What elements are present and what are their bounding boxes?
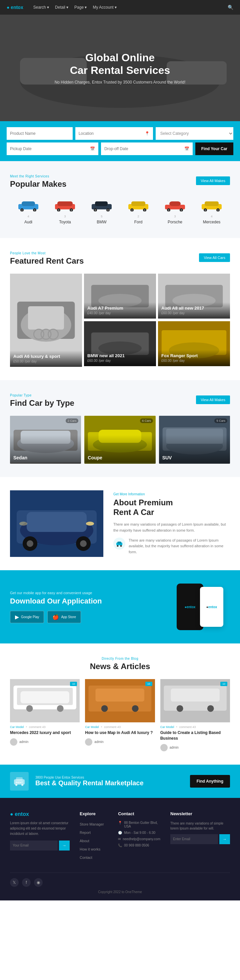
svg-point-84 — [120, 545, 122, 547]
audi-a7-title: Audi A7 Premium — [87, 305, 153, 310]
nav-links: Search ▾ Detail ▾ Page ▾ My Account ▾ — [34, 5, 228, 10]
mercedes-name: Mercedes — [203, 220, 221, 224]
dropoff-date-input[interactable] — [104, 146, 184, 151]
search-row-1: 📍 Select Category SUV Sedan Coupe — [7, 127, 233, 140]
make-bmw[interactable]: 5 BMW — [88, 197, 115, 225]
featured-car-fox[interactable]: Fox Ranger Sport £60.00 /per day — [158, 321, 230, 366]
make-toyota[interactable]: 3 Toyota — [52, 197, 78, 225]
footer-subscribe-button[interactable]: → — [59, 840, 70, 851]
news-title-1: Mercedes 2022 luxury and sport — [10, 730, 80, 736]
calendar-icon-dropoff: 📅 — [184, 146, 189, 151]
svg-point-27 — [144, 209, 146, 211]
nav-search[interactable]: Search ▾ — [34, 5, 49, 10]
featured-car-audi-a7[interactable]: Audi A7 Premium £40.00 /per day — [84, 274, 156, 318]
featured-car-audi-a6[interactable]: Audi A6 luxury & sport £50.00 /per day — [10, 274, 82, 367]
news-date-1: comment 43 — [29, 725, 46, 729]
pickup-date-input[interactable] — [10, 146, 90, 151]
make-mercedes[interactable]: 4 Mercedes — [198, 197, 225, 225]
news-meta-3: Car Model • comment 43 — [160, 725, 230, 729]
product-name-input[interactable] — [7, 127, 73, 140]
logo[interactable]: ● entox — [7, 5, 23, 10]
location-input[interactable] — [78, 131, 142, 136]
about-label: Get More Information — [114, 492, 230, 496]
svg-point-33 — [181, 209, 182, 211]
hero-subtitle: No Hidden Charges, Entox Trusted by 3500… — [55, 80, 186, 84]
suv-name: SUV — [162, 455, 227, 460]
news-title: News & Articles — [10, 662, 230, 671]
facebook-icon[interactable]: f — [22, 878, 30, 887]
news-card-2[interactable]: 10 Car Model • comment 43 How to use Map… — [85, 679, 155, 751]
svg-point-79 — [86, 522, 94, 526]
footer-newsletter-button[interactable]: → — [219, 834, 230, 844]
nav-account[interactable]: My Account ▾ — [93, 5, 116, 10]
view-all-types-button[interactable]: View All Makes — [196, 396, 230, 404]
footer-link-store[interactable]: Store Manager — [80, 822, 104, 826]
audi-a6-title: Audi A6 luxury & sport — [13, 354, 78, 359]
svg-rect-82 — [117, 542, 121, 544]
google-play-button[interactable]: ▶ Google Play — [10, 611, 44, 623]
type-coupe[interactable]: 6 Cars Coupe — [84, 416, 155, 464]
car-type-title: Find Car by Type — [10, 398, 74, 408]
svg-text:RENT: RENT — [16, 781, 23, 784]
footer-explore-col: Explore Store Manager Report About How i… — [80, 811, 108, 862]
car-type-grid: 2 Cars Sedan 6 Cars Coupe — [10, 416, 230, 464]
featured-cars-section: People Love the Most Featured Rent Cars … — [0, 238, 240, 380]
nav-page[interactable]: Page ▾ — [74, 5, 87, 10]
car-type-title-group: Popular Type Find Car by Type — [10, 393, 74, 408]
news-meta-2: Car Model • comment 43 — [85, 725, 155, 729]
find-car-button[interactable]: Find Your Car — [195, 142, 233, 155]
news-card-3[interactable]: 10 Car Model • comment 43 Guide to Creat… — [160, 679, 230, 751]
featured-car-audi-a8[interactable]: Audi A8 all new 2017 £60.00 /per day — [158, 274, 230, 318]
app-store-label: App Store — [61, 615, 76, 619]
category-select[interactable]: Select Category SUV Sedan Coupe — [156, 127, 233, 140]
news-card-1[interactable]: 10 Car Model • comment 43 Mercedes 2022 … — [10, 679, 80, 751]
instagram-icon[interactable]: ◉ — [34, 878, 43, 887]
news-tag-2: 10 — [146, 682, 152, 686]
popular-makes-label: Meet the Right Services — [10, 174, 66, 178]
footer-copyright: Copyright 2022 to OneTheme — [10, 890, 230, 894]
view-all-makes-button[interactable]: View All Makes — [196, 177, 230, 185]
footer-email-input[interactable] — [10, 840, 58, 851]
popular-makes-title: Popular Makes — [10, 180, 66, 189]
mercedes-car-icon — [198, 197, 225, 213]
svg-rect-102 — [16, 777, 23, 781]
featured-car-bmw[interactable]: BMW new all 2021 £60.00 /per day — [84, 321, 156, 366]
make-audi[interactable]: 4 Audi — [15, 197, 42, 225]
twitter-icon[interactable]: 𝕏 — [10, 878, 19, 887]
audi-a6-overlay: Audi A6 luxury & sport £50.00 /per day — [10, 350, 82, 367]
app-content: Get our mobile app for easy and convenie… — [10, 591, 163, 623]
footer-phone: 📞 00 969 888 0506 — [118, 843, 160, 847]
ford-count: 2 — [125, 215, 152, 218]
search-icon[interactable]: 🔍 — [228, 5, 233, 10]
view-all-cars-button[interactable]: View All Cars — [199, 253, 230, 262]
porsche-car-icon — [162, 197, 188, 213]
footer-newsletter-text: There are many variations of simple lore… — [170, 821, 230, 831]
svg-rect-98 — [171, 689, 220, 702]
footer-link-report[interactable]: Report — [80, 830, 91, 835]
app-label: Get our mobile app for easy and convenie… — [10, 591, 163, 595]
svg-point-21 — [107, 209, 109, 211]
footer-newsletter-input[interactable] — [170, 834, 218, 844]
featured-cars-label: People Love the Most — [10, 251, 84, 255]
cta-button[interactable]: Find Anything — [190, 775, 230, 788]
bmw-name: BMW — [97, 220, 106, 224]
porsche-count: 3 — [162, 215, 188, 218]
audi-car-icon — [15, 197, 42, 213]
type-sedan[interactable]: 2 Cars Sedan — [10, 416, 81, 464]
type-suv[interactable]: 5 Cars SUV — [159, 416, 230, 464]
suv-overlay: 5 Cars SUV — [159, 416, 230, 464]
make-ford[interactable]: 2 Ford — [125, 197, 152, 225]
svg-rect-88 — [20, 691, 69, 703]
footer-link-about[interactable]: About — [80, 839, 89, 843]
app-store-button[interactable]: 🍎 App Store — [47, 611, 81, 623]
nav-detail[interactable]: Detail ▾ — [55, 5, 68, 10]
toyota-name: Toyota — [59, 220, 71, 224]
toyota-count: 3 — [52, 215, 78, 218]
audi-name: Audi — [24, 220, 32, 224]
footer-link-how[interactable]: How it works — [80, 847, 100, 851]
make-porsche[interactable]: 3 Porsche — [162, 197, 188, 225]
news-grid: 10 Car Model • comment 43 Mercedes 2022 … — [10, 679, 230, 751]
footer-link-contact[interactable]: Contact — [80, 856, 92, 859]
apple-icon: 🍎 — [52, 614, 59, 620]
author-name-3: admin — [170, 746, 179, 749]
